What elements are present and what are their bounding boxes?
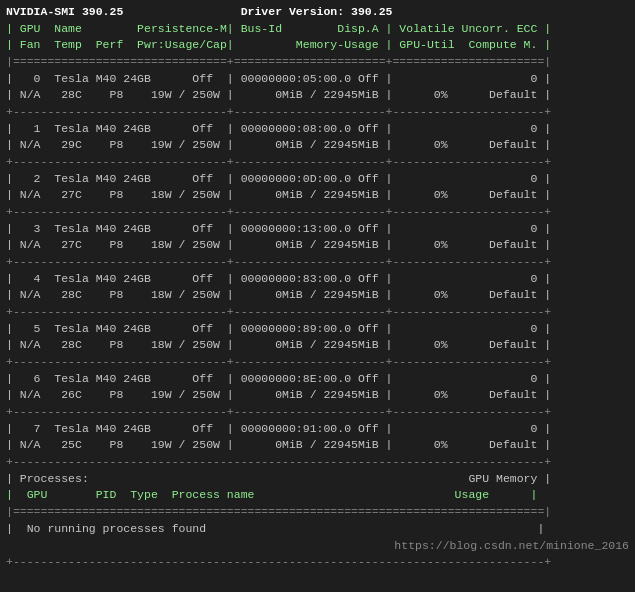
gpu-row-3-line1: | 3 Tesla M40 24GB Off | 00000000:13:00.…: [0, 221, 635, 238]
gpu-separator-0: +-------------------------------+-------…: [0, 104, 635, 121]
gpu-separator-6: +-------------------------------+-------…: [0, 404, 635, 421]
gpu-row-1-line1: | 1 Tesla M40 24GB Off | 00000000:08:00.…: [0, 121, 635, 138]
gpu-row-6-line2: | N/A 26C P8 19W / 250W | 0MiB / 22945Mi…: [0, 387, 635, 404]
nvidia-smi-header: NVIDIA-SMI 390.25 Driver Version: 390.25: [0, 4, 635, 21]
no-process-line: | No running processes found |: [0, 521, 635, 538]
gpu-separator-5: +-------------------------------+-------…: [0, 354, 635, 371]
processes-separator: |=======================================…: [0, 504, 635, 521]
gpu-separator-3: +-------------------------------+-------…: [0, 254, 635, 271]
gpu-row-0-line2: | N/A 28C P8 19W / 250W | 0MiB / 22945Mi…: [0, 87, 635, 104]
gpu-row-0-line1: | 0 Tesla M40 24GB Off | 00000000:05:00.…: [0, 71, 635, 88]
column-header-1: | GPU Name Persistence-M| Bus-Id Disp.A …: [0, 21, 635, 38]
final-separator: +---------------------------------------…: [0, 554, 635, 571]
gpu-row-2-line1: | 2 Tesla M40 24GB Off | 00000000:0D:00.…: [0, 171, 635, 188]
gpu-row-1-line2: | N/A 29C P8 19W / 250W | 0MiB / 22945Mi…: [0, 137, 635, 154]
gpu-separator-4: +-------------------------------+-------…: [0, 304, 635, 321]
gpu-row-4-line1: | 4 Tesla M40 24GB Off | 00000000:83:00.…: [0, 271, 635, 288]
processes-col-header: | GPU PID Type Process name Usage |: [0, 487, 635, 504]
gpu-row-3-line2: | N/A 27C P8 18W / 250W | 0MiB / 22945Mi…: [0, 237, 635, 254]
gpu-row-5-line2: | N/A 28C P8 18W / 250W | 0MiB / 22945Mi…: [0, 337, 635, 354]
gpu-row-4-line2: | N/A 28C P8 18W / 250W | 0MiB / 22945Mi…: [0, 287, 635, 304]
gpu-row-7-line1: | 7 Tesla M40 24GB Off | 00000000:91:00.…: [0, 421, 635, 438]
gpu-row-6-line1: | 6 Tesla M40 24GB Off | 00000000:8E:00.…: [0, 371, 635, 388]
gpu-row-5-line1: | 5 Tesla M40 24GB Off | 00000000:89:00.…: [0, 321, 635, 338]
bottom-separator: +---------------------------------------…: [0, 454, 635, 471]
processes-header: | Processes: GPU Memory |: [0, 471, 635, 488]
gpu-rows-container: | 0 Tesla M40 24GB Off | 00000000:05:00.…: [0, 71, 635, 454]
gpu-separator-2: +-------------------------------+-------…: [0, 204, 635, 221]
column-header-2: | Fan Temp Perf Pwr:Usage/Cap| Memory-Us…: [0, 37, 635, 54]
gpu-row-7-line2: | N/A 25C P8 19W / 250W | 0MiB / 22945Mi…: [0, 437, 635, 454]
separator-double: |===============================+=======…: [0, 54, 635, 71]
terminal-output: NVIDIA-SMI 390.25 Driver Version: 390.25…: [0, 0, 635, 592]
gpu-separator-1: +-------------------------------+-------…: [0, 154, 635, 171]
gpu-row-2-line2: | N/A 27C P8 18W / 250W | 0MiB / 22945Mi…: [0, 187, 635, 204]
watermark: https://blog.csdn.net/minione_2016: [0, 538, 635, 555]
